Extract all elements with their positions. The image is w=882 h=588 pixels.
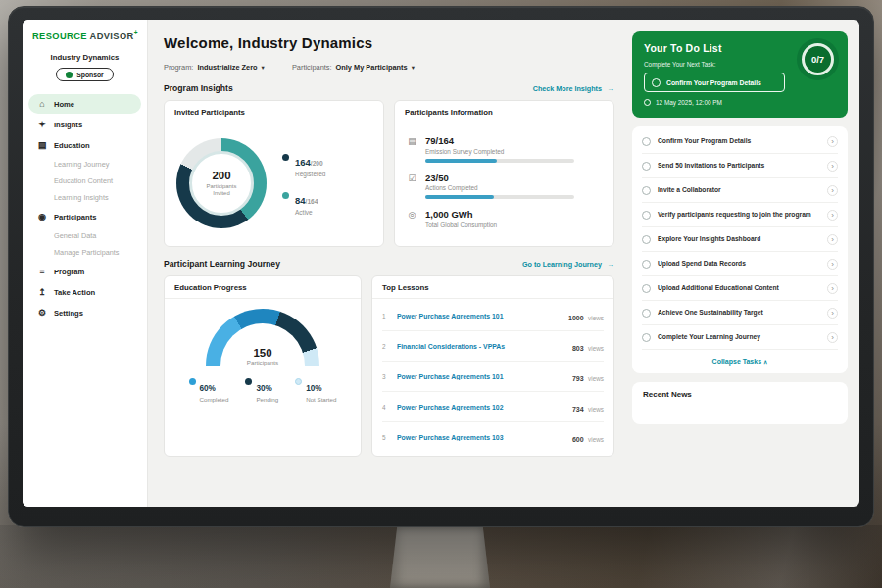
task-item[interactable]: Invite a Collaborator › (642, 178, 838, 203)
checkbox-icon[interactable] (642, 309, 651, 318)
todo-subtitle: Complete Your Next Task: (644, 61, 785, 68)
program-icon: ≡ (37, 267, 47, 276)
lesson-views: 803 (572, 345, 584, 352)
task-item[interactable]: Upload Additional Educational Content › (642, 276, 838, 301)
gauge-value: 150 (206, 347, 319, 359)
task-item[interactable]: Upload Spend Data Records › (642, 252, 838, 276)
legend-active: 84/164 Active (282, 190, 325, 216)
org-name: Industry Dynamics (23, 53, 147, 62)
chevron-right-icon[interactable]: › (827, 259, 838, 270)
chevron-right-icon[interactable]: › (827, 136, 838, 147)
sidebar-item-label: Learning Journey (54, 160, 109, 169)
todo-card: Your To Do List 0/7 Complete Your Next T… (632, 31, 848, 118)
checkbox-icon[interactable] (652, 78, 661, 87)
task-item[interactable]: Complete Your Learning Journey › (642, 325, 838, 350)
lesson-title-link[interactable]: Power Purchase Agreements 102 (397, 404, 565, 411)
checkbox-icon[interactable] (642, 333, 651, 342)
collapse-tasks-link[interactable]: Collapse Tasks ∧ (642, 350, 838, 373)
card-title: Top Lessons (372, 276, 613, 299)
sidebar-item-insights[interactable]: ✦ Insights (28, 115, 141, 134)
task-label: Explore Your Insights Dashboard (658, 235, 820, 244)
education-icon: ▤ (37, 140, 47, 150)
chevron-right-icon[interactable]: › (827, 283, 838, 294)
gear-icon: ⚙ (37, 308, 47, 318)
sidebar-item-take-action[interactable]: ↥ Take Action (28, 282, 141, 302)
arrow-right-icon: → (607, 84, 614, 93)
info-value: 1,000 GWh (425, 209, 497, 220)
lesson-views-suffix: views (588, 345, 604, 352)
participants-filter-dropdown[interactable]: Participants: Only My Participants ▾ (292, 63, 415, 72)
checkbox-icon[interactable] (642, 137, 651, 146)
legend-dot (282, 154, 289, 161)
legend-pending: 30% Pending (245, 377, 278, 403)
lesson-row[interactable]: 1 Power Purchase Agreements 101 1000 vie… (382, 301, 604, 331)
sidebar-item-participants[interactable]: ◉ Participants (28, 207, 141, 226)
lesson-row[interactable]: 4 Power Purchase Agreements 102 734 view… (382, 392, 604, 422)
lesson-row[interactable]: 5 Power Purchase Agreements 103 600 view… (382, 422, 604, 452)
lesson-row[interactable]: 3 Power Purchase Agreements 101 793 view… (382, 362, 604, 392)
task-item[interactable]: Achieve One Sustainability Target › (642, 301, 838, 325)
checkbox-icon[interactable] (642, 211, 651, 220)
sidebar-item-learning-insights[interactable]: Learning Insights (28, 189, 141, 206)
app-window: RESOURCE ADVISOR+ Industry Dynamics Spon… (23, 20, 859, 507)
recent-news-card[interactable]: Recent News (632, 382, 848, 424)
sidebar-item-home[interactable]: ⌂ Home (28, 94, 141, 114)
lesson-title-link[interactable]: Power Purchase Agreements 101 (397, 313, 562, 319)
donut-center: 200 Participants Invited (176, 138, 267, 228)
task-item[interactable]: Verify participants requesting to join t… (642, 203, 838, 227)
lesson-rank: 3 (382, 373, 390, 380)
due-date-label: 12 May 2025, 12:00 PM (656, 99, 722, 106)
checkbox-icon[interactable] (642, 186, 651, 195)
sidebar-item-settings[interactable]: ⚙ Settings (28, 303, 141, 322)
task-item[interactable]: Explore Your Insights Dashboard › (642, 227, 838, 252)
checkbox-icon[interactable] (642, 284, 651, 293)
task-label: Upload Spend Data Records (658, 260, 820, 269)
todo-panel: Your To Do List 0/7 Complete Your Next T… (626, 20, 859, 507)
education-progress-card: Education Progress 150 Participants (164, 275, 362, 457)
task-item[interactable]: Confirm Your Program Details › (642, 129, 838, 154)
lesson-rank: 1 (382, 313, 390, 319)
survey-icon: ▤ (407, 136, 417, 146)
todo-progress-count: 0/7 (811, 54, 824, 65)
section-title: Program Insights (164, 83, 233, 93)
info-row-consumption: ◎ 1,000 GWh Total Global Consumption (407, 209, 602, 228)
sidebar-item-education[interactable]: ▤ Education (28, 135, 141, 155)
sponsor-icon (66, 72, 73, 78)
chevron-right-icon[interactable]: › (827, 185, 838, 196)
legend-total: /200 (311, 160, 323, 167)
chevron-right-icon[interactable]: › (827, 161, 838, 172)
checkbox-icon[interactable] (642, 235, 651, 244)
sidebar-item-learning-journey[interactable]: Learning Journey (28, 156, 141, 172)
arrow-right-icon: → (607, 260, 614, 269)
chevron-right-icon[interactable]: › (827, 308, 838, 318)
monitor-bezel: RESOURCE ADVISOR+ Industry Dynamics Spon… (8, 6, 874, 527)
sidebar-item-education-content[interactable]: Education Content (28, 172, 141, 189)
checkbox-icon[interactable] (642, 162, 651, 171)
chevron-right-icon[interactable]: › (827, 210, 838, 220)
go-to-learning-journey-link[interactable]: Go to Learning Journey → (522, 260, 614, 269)
sidebar-item-label: Insights (54, 121, 82, 129)
checkbox-icon[interactable] (642, 260, 651, 269)
sidebar-item-manage-participants[interactable]: Manage Participants (28, 244, 141, 261)
chevron-right-icon[interactable]: › (827, 332, 838, 343)
sidebar-item-label: Education Content (54, 176, 113, 185)
lesson-row[interactable]: 2 Financial Considerations - VPPAs 803 v… (382, 331, 604, 362)
sidebar-item-label: Education (54, 141, 90, 150)
legend-label: Registered (295, 171, 325, 177)
chevron-right-icon[interactable]: › (827, 234, 838, 245)
top-lessons-card: Top Lessons 1 Power Purchase Agreements … (371, 275, 614, 457)
lesson-title-link[interactable]: Power Purchase Agreements 101 (397, 373, 565, 380)
lesson-title-link[interactable]: Power Purchase Agreements 103 (397, 434, 565, 441)
task-item[interactable]: Send 50 Invitations to Participants › (642, 154, 838, 178)
info-label: Actions Completed (425, 184, 574, 191)
lesson-title-link[interactable]: Financial Considerations - VPPAs (397, 343, 565, 350)
next-task-item[interactable]: Confirm Your Program Details (644, 73, 785, 92)
lesson-rank: 4 (382, 404, 390, 411)
program-filter-dropdown[interactable]: Program: Industrialize Zero ▾ (164, 63, 265, 72)
check-more-insights-link[interactable]: Check More Insights → (533, 84, 614, 93)
participants-information-card: Participants Information ▤ 79/164 Emissi… (394, 100, 614, 247)
logo-plus: + (134, 29, 138, 36)
collapse-label: Collapse Tasks (712, 358, 761, 365)
sidebar-item-program[interactable]: ≡ Program (28, 262, 141, 281)
sidebar-item-general-data[interactable]: General Data (28, 227, 141, 244)
